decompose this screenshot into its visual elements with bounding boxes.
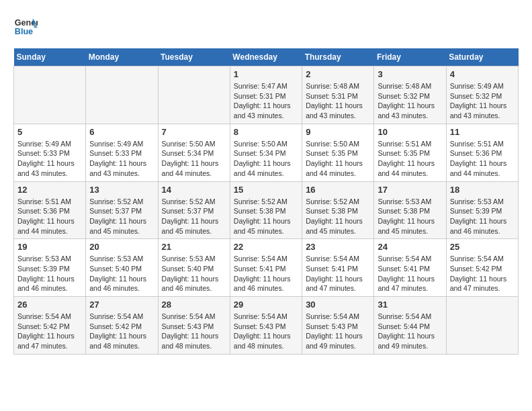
calendar-cell: 26Sunrise: 5:54 AM Sunset: 5:42 PM Dayli… [14,297,86,355]
calendar-cell: 23Sunrise: 5:54 AM Sunset: 5:41 PM Dayli… [302,239,374,297]
day-info: Sunrise: 5:53 AM Sunset: 5:39 PM Dayligh… [450,197,515,236]
day-number: 2 [306,69,370,79]
day-info: Sunrise: 5:52 AM Sunset: 5:37 PM Dayligh… [162,197,226,236]
calendar-cell [86,66,158,124]
day-number: 13 [89,185,154,195]
day-info: Sunrise: 5:54 AM Sunset: 5:42 PM Dayligh… [89,312,154,351]
day-info: Sunrise: 5:50 AM Sunset: 5:35 PM Dayligh… [306,139,370,179]
calendar-week-row: 12Sunrise: 5:51 AM Sunset: 5:36 PM Dayli… [14,181,519,239]
calendar-cell: 13Sunrise: 5:52 AM Sunset: 5:37 PM Dayli… [86,181,158,239]
calendar-cell: 31Sunrise: 5:54 AM Sunset: 5:44 PM Dayli… [374,297,446,355]
page-header: General Blue [13,13,519,38]
day-number: 8 [234,127,298,137]
day-info: Sunrise: 5:54 AM Sunset: 5:43 PM Dayligh… [234,312,298,351]
day-number: 14 [162,185,226,195]
calendar-cell: 15Sunrise: 5:52 AM Sunset: 5:38 PM Dayli… [230,181,302,239]
day-info: Sunrise: 5:52 AM Sunset: 5:38 PM Dayligh… [234,197,298,236]
day-number: 6 [89,127,154,137]
day-info: Sunrise: 5:54 AM Sunset: 5:43 PM Dayligh… [306,312,370,351]
weekday-header-wednesday: Wednesday [230,48,302,66]
weekday-header-saturday: Saturday [446,48,518,66]
calendar-week-row: 1Sunrise: 5:47 AM Sunset: 5:31 PM Daylig… [14,66,519,124]
day-info: Sunrise: 5:49 AM Sunset: 5:32 PM Dayligh… [450,81,515,121]
calendar-cell [158,66,230,124]
day-number: 4 [450,69,515,79]
weekday-header-tuesday: Tuesday [158,48,230,66]
calendar-cell: 24Sunrise: 5:54 AM Sunset: 5:41 PM Dayli… [374,239,446,297]
day-number: 31 [378,300,442,310]
day-number: 23 [306,242,370,252]
day-number: 10 [378,127,442,137]
day-number: 28 [162,300,226,310]
calendar-cell: 17Sunrise: 5:53 AM Sunset: 5:38 PM Dayli… [374,181,446,239]
day-number: 15 [234,185,298,195]
calendar-cell: 14Sunrise: 5:52 AM Sunset: 5:37 PM Dayli… [158,181,230,239]
calendar-cell: 21Sunrise: 5:53 AM Sunset: 5:40 PM Dayli… [158,239,230,297]
day-number: 7 [162,127,226,137]
calendar-cell: 2Sunrise: 5:48 AM Sunset: 5:31 PM Daylig… [302,66,374,124]
calendar-cell [14,66,86,124]
day-info: Sunrise: 5:54 AM Sunset: 5:43 PM Dayligh… [162,312,226,351]
day-info: Sunrise: 5:49 AM Sunset: 5:33 PM Dayligh… [17,139,82,179]
calendar-cell: 25Sunrise: 5:54 AM Sunset: 5:42 PM Dayli… [446,239,518,297]
weekday-header-thursday: Thursday [302,48,374,66]
weekday-header-friday: Friday [374,48,446,66]
calendar-cell: 10Sunrise: 5:51 AM Sunset: 5:35 PM Dayli… [374,124,446,181]
day-info: Sunrise: 5:54 AM Sunset: 5:42 PM Dayligh… [450,254,515,293]
day-number: 11 [450,127,515,137]
day-info: Sunrise: 5:53 AM Sunset: 5:39 PM Dayligh… [17,254,82,293]
day-info: Sunrise: 5:54 AM Sunset: 5:44 PM Dayligh… [378,312,442,351]
calendar-cell: 6Sunrise: 5:49 AM Sunset: 5:33 PM Daylig… [86,124,158,181]
calendar-cell: 22Sunrise: 5:54 AM Sunset: 5:41 PM Dayli… [230,239,302,297]
day-info: Sunrise: 5:54 AM Sunset: 5:42 PM Dayligh… [17,312,82,351]
logo: General Blue [13,13,40,38]
calendar-cell: 9Sunrise: 5:50 AM Sunset: 5:35 PM Daylig… [302,124,374,181]
calendar-cell: 20Sunrise: 5:53 AM Sunset: 5:40 PM Dayli… [86,239,158,297]
calendar-cell: 3Sunrise: 5:48 AM Sunset: 5:32 PM Daylig… [374,66,446,124]
day-info: Sunrise: 5:50 AM Sunset: 5:34 PM Dayligh… [234,139,298,179]
day-number: 29 [234,300,298,310]
calendar-cell: 12Sunrise: 5:51 AM Sunset: 5:36 PM Dayli… [14,181,86,239]
day-number: 27 [89,300,154,310]
day-info: Sunrise: 5:54 AM Sunset: 5:41 PM Dayligh… [378,254,442,293]
calendar-table: SundayMondayTuesdayWednesdayThursdayFrid… [13,48,519,355]
day-info: Sunrise: 5:51 AM Sunset: 5:36 PM Dayligh… [450,139,515,179]
day-number: 16 [306,185,370,195]
day-info: Sunrise: 5:54 AM Sunset: 5:41 PM Dayligh… [234,254,298,293]
calendar-cell: 29Sunrise: 5:54 AM Sunset: 5:43 PM Dayli… [230,297,302,355]
day-info: Sunrise: 5:53 AM Sunset: 5:40 PM Dayligh… [89,254,154,293]
day-info: Sunrise: 5:52 AM Sunset: 5:38 PM Dayligh… [306,197,370,236]
day-info: Sunrise: 5:47 AM Sunset: 5:31 PM Dayligh… [234,81,298,121]
day-number: 18 [450,185,515,195]
day-info: Sunrise: 5:54 AM Sunset: 5:41 PM Dayligh… [306,254,370,293]
day-info: Sunrise: 5:53 AM Sunset: 5:38 PM Dayligh… [378,197,442,236]
day-number: 17 [378,185,442,195]
weekday-header-sunday: Sunday [14,48,86,66]
calendar-cell: 11Sunrise: 5:51 AM Sunset: 5:36 PM Dayli… [446,124,518,181]
day-number: 24 [378,242,442,252]
calendar-cell: 18Sunrise: 5:53 AM Sunset: 5:39 PM Dayli… [446,181,518,239]
svg-text:Blue: Blue [15,27,33,36]
day-info: Sunrise: 5:48 AM Sunset: 5:31 PM Dayligh… [306,81,370,121]
day-number: 5 [17,127,82,137]
weekday-header-row: SundayMondayTuesdayWednesdayThursdayFrid… [14,48,519,66]
day-info: Sunrise: 5:51 AM Sunset: 5:36 PM Dayligh… [17,197,82,236]
calendar-week-row: 26Sunrise: 5:54 AM Sunset: 5:42 PM Dayli… [14,297,519,355]
calendar-week-row: 5Sunrise: 5:49 AM Sunset: 5:33 PM Daylig… [14,124,519,181]
day-number: 12 [17,185,82,195]
day-number: 3 [378,69,442,79]
weekday-header-monday: Monday [86,48,158,66]
day-number: 30 [306,300,370,310]
calendar-week-row: 19Sunrise: 5:53 AM Sunset: 5:39 PM Dayli… [14,239,519,297]
day-info: Sunrise: 5:48 AM Sunset: 5:32 PM Dayligh… [378,81,442,121]
calendar-cell: 30Sunrise: 5:54 AM Sunset: 5:43 PM Dayli… [302,297,374,355]
day-number: 1 [234,69,298,79]
calendar-cell: 1Sunrise: 5:47 AM Sunset: 5:31 PM Daylig… [230,66,302,124]
calendar-cell: 27Sunrise: 5:54 AM Sunset: 5:42 PM Dayli… [86,297,158,355]
logo-icon: General Blue [13,13,38,38]
day-info: Sunrise: 5:52 AM Sunset: 5:37 PM Dayligh… [89,197,154,236]
calendar-cell: 5Sunrise: 5:49 AM Sunset: 5:33 PM Daylig… [14,124,86,181]
day-number: 22 [234,242,298,252]
day-number: 26 [17,300,82,310]
day-number: 21 [162,242,226,252]
